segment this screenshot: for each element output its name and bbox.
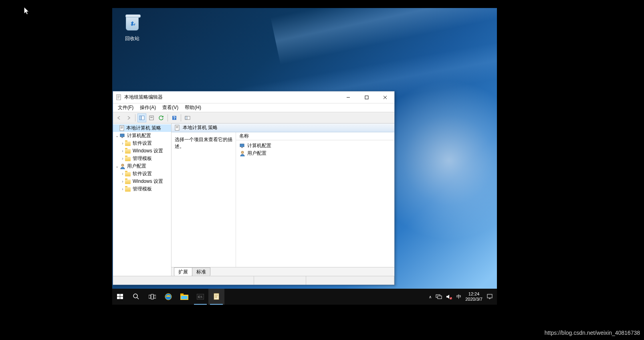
list-column-header[interactable]: 名称 [236, 132, 394, 140]
svg-rect-20 [117, 294, 120, 296]
taskbar: C:\ ∧ 中 12:24 2020/3/7 [112, 289, 497, 305]
tree-admin-templates[interactable]: › 管理模板 [113, 155, 171, 162]
svg-rect-26 [149, 295, 151, 298]
toolbar: ? [113, 112, 394, 123]
expand-icon[interactable]: › [120, 187, 125, 191]
svg-text:?: ? [173, 116, 176, 120]
tree-label: 管理模板 [133, 155, 152, 162]
maximize-button[interactable] [357, 91, 376, 103]
svg-rect-2 [365, 96, 368, 99]
folder-icon [125, 140, 131, 147]
svg-rect-38 [438, 296, 442, 299]
toolbar-help-button[interactable]: ? [170, 113, 179, 122]
tray-chevron-up-icon[interactable]: ∧ [429, 295, 432, 299]
network-icon[interactable] [436, 294, 442, 300]
nav-back-button[interactable] [115, 113, 123, 122]
user-icon [119, 163, 126, 170]
taskbar-ie[interactable] [160, 289, 176, 305]
action-center-icon[interactable] [487, 293, 493, 300]
tab-standard[interactable]: 标准 [192, 267, 210, 276]
toolbar-filter-button[interactable] [183, 113, 192, 122]
toolbar-show-tree-button[interactable] [137, 113, 146, 122]
svg-rect-32 [180, 293, 184, 295]
tree-label: 软件设置 [133, 140, 152, 147]
mouse-cursor [24, 7, 30, 17]
tree-software-settings-2[interactable]: › 软件设置 [113, 170, 171, 178]
list-item-label: 用户配置 [247, 150, 266, 157]
tree-pane[interactable]: 本地计算机 策略 ⌄ 计算机配置 › 软件设置 › Windows 设置 [113, 123, 172, 276]
minimize-button[interactable] [339, 91, 357, 103]
recycle-bin-icon [124, 16, 140, 34]
tree-software-settings[interactable]: › 软件设置 [113, 140, 171, 147]
list-item-user-config[interactable]: 用户配置 [238, 150, 392, 157]
vm-desktop: 回收站 本地组策略编辑器 文件(F) 操作(A) 查看(V) 帮助(H) [112, 8, 497, 305]
menu-view[interactable]: 查看(V) [159, 103, 182, 112]
folder-icon [125, 186, 131, 192]
taskbar-clock[interactable]: 12:24 2020/3/7 [465, 291, 482, 302]
search-button[interactable] [128, 289, 144, 305]
svg-line-25 [137, 298, 139, 299]
folder-icon [125, 178, 131, 185]
list-item-computer-config[interactable]: 计算机配置 [238, 142, 392, 150]
svg-point-15 [121, 164, 124, 166]
expand-icon[interactable]: › [120, 141, 125, 146]
column-name-header: 名称 [239, 133, 249, 140]
clock-time: 12:24 [465, 291, 482, 297]
tree-user-config[interactable]: ⌄ 用户配置 [113, 162, 171, 170]
svg-rect-17 [240, 144, 244, 147]
taskbar-explorer[interactable] [176, 289, 192, 305]
tree-computer-config[interactable]: ⌄ 计算机配置 [113, 132, 171, 140]
tree-windows-settings[interactable]: › Windows 设置 [113, 147, 171, 155]
task-view-button[interactable] [144, 289, 160, 305]
tree-label: 管理模板 [133, 186, 152, 192]
svg-rect-13 [120, 134, 124, 137]
list-item-label: 计算机配置 [247, 142, 271, 149]
taskbar-cmd[interactable]: C:\ [192, 289, 208, 305]
policy-icon [119, 125, 125, 132]
menu-action[interactable]: 操作(A) [137, 103, 159, 112]
expand-icon[interactable]: › [120, 172, 125, 176]
svg-rect-0 [117, 95, 121, 100]
ime-indicator[interactable]: 中 [456, 293, 461, 300]
menu-help[interactable]: 帮助(H) [182, 103, 204, 112]
tree-root-label: 本地计算机 策略 [126, 125, 161, 132]
system-tray: ∧ 中 12:24 2020/3/7 [425, 291, 497, 302]
toolbar-properties-button[interactable] [147, 113, 156, 122]
recycle-bin-label: 回收站 [118, 35, 147, 42]
volume-muted-icon[interactable] [446, 294, 452, 300]
expand-icon[interactable]: › [120, 149, 125, 153]
toolbar-separator [181, 114, 181, 121]
close-button[interactable] [376, 91, 394, 103]
content-header: 本地计算机 策略 [172, 123, 394, 132]
collapse-icon[interactable]: ⌄ [115, 134, 119, 138]
policy-icon [174, 125, 180, 131]
tree-label: 计算机配置 [127, 132, 151, 139]
expand-icon[interactable]: › [120, 179, 125, 184]
svg-rect-14 [121, 137, 123, 138]
tree-admin-templates-2[interactable]: › 管理模板 [113, 185, 171, 193]
content-body: 选择一个项目来查看它的描述。 名称 计算机配置 [172, 132, 394, 267]
tab-extended[interactable]: 扩展 [174, 267, 192, 276]
expand-icon[interactable]: › [120, 156, 125, 161]
menu-bar: 文件(F) 操作(A) 查看(V) 帮助(H) [113, 103, 394, 112]
tree-label: 用户配置 [127, 163, 146, 170]
svg-rect-21 [120, 294, 123, 296]
description-prompt: 选择一个项目来查看它的描述。 [175, 136, 232, 150]
bottom-tabs: 扩展 标准 [172, 267, 394, 276]
start-button[interactable] [112, 289, 128, 305]
list-column: 名称 计算机配置 用户配置 [236, 132, 394, 267]
recycle-bin-desktop-icon[interactable]: 回收站 [118, 16, 147, 42]
window-titlebar[interactable]: 本地组策略编辑器 [113, 91, 394, 103]
collapse-icon[interactable]: ⌄ [115, 164, 119, 168]
tree-root[interactable]: 本地计算机 策略 [113, 124, 171, 132]
svg-rect-27 [151, 294, 153, 299]
menu-file[interactable]: 文件(F) [115, 103, 137, 112]
toolbar-refresh-button[interactable] [157, 113, 166, 122]
description-column: 选择一个项目来查看它的描述。 [172, 132, 236, 267]
clock-date: 2020/3/7 [465, 297, 482, 302]
gpedit-icon [115, 94, 122, 101]
folder-icon [125, 171, 131, 177]
taskbar-gpedit[interactable] [208, 289, 224, 305]
nav-forward-button[interactable] [124, 113, 133, 122]
tree-windows-settings-2[interactable]: › Windows 设置 [113, 178, 171, 185]
